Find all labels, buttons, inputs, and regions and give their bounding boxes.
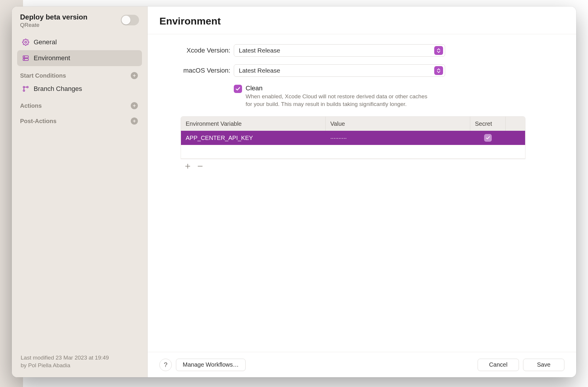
section-actions: Actions [20, 102, 42, 109]
branch-icon [22, 85, 30, 92]
sidebar-item-label: General [34, 38, 57, 46]
col-secret[interactable]: Secret [470, 117, 506, 131]
workflow-subtitle: QReate [20, 22, 87, 28]
help-button[interactable]: ? [159, 359, 172, 371]
cancel-button[interactable]: Cancel [478, 359, 519, 371]
env-vars-table: Environment Variable Value Secret APP_CE… [181, 116, 525, 159]
clean-checkbox[interactable] [234, 85, 242, 93]
section-post-actions: Post-Actions [20, 118, 56, 125]
sidebar-item-label: Environment [34, 54, 70, 62]
svg-point-7 [27, 86, 28, 88]
sidebar-item-general[interactable]: General [17, 34, 142, 50]
gear-icon [22, 39, 30, 46]
clean-label: Clean [246, 84, 435, 92]
svg-point-3 [24, 57, 25, 57]
workflow-title: Deploy beta version [20, 13, 87, 21]
page-title: Environment [159, 15, 564, 27]
save-button[interactable]: Save [523, 359, 564, 371]
clean-description: When enabled, Xcode Cloud will not resto… [246, 93, 435, 108]
server-icon [22, 55, 30, 62]
workflow-enabled-toggle[interactable] [121, 15, 139, 25]
svg-point-4 [24, 59, 25, 60]
stepper-icon [434, 46, 443, 55]
sidebar-item-branch-changes[interactable]: Branch Changes [17, 81, 142, 96]
workflow-editor-modal: Deploy beta version QReate General Envir… [12, 6, 576, 377]
sidebar: Deploy beta version QReate General Envir… [12, 6, 148, 377]
xcode-version-select[interactable]: Latest Release [234, 44, 445, 57]
macos-version-value: Latest Release [239, 67, 280, 74]
macos-version-select[interactable]: Latest Release [234, 64, 445, 77]
env-var-value: ∙∙∙∙∙∙∙∙∙∙ [326, 131, 470, 145]
svg-point-6 [23, 90, 25, 92]
add-action-button[interactable]: + [131, 102, 138, 109]
section-start-conditions: Start Conditions [20, 72, 66, 79]
add-start-condition-button[interactable]: + [131, 72, 138, 79]
secret-checkbox[interactable] [484, 134, 492, 142]
col-value[interactable]: Value [326, 117, 470, 131]
sidebar-item-label: Branch Changes [34, 85, 82, 93]
stepper-icon [434, 66, 443, 75]
add-post-action-button[interactable]: + [131, 117, 138, 125]
remove-env-var-button[interactable] [196, 162, 204, 170]
macos-version-label: macOS Version: [159, 67, 230, 74]
add-env-var-button[interactable] [184, 162, 192, 170]
xcode-version-label: Xcode Version: [159, 47, 230, 54]
main-panel: Environment Xcode Version: Latest Releas… [148, 6, 576, 377]
sidebar-item-environment[interactable]: Environment [17, 50, 142, 66]
xcode-version-value: Latest Release [239, 47, 280, 54]
env-var-name: APP_CENTER_API_KEY [181, 131, 326, 145]
svg-point-0 [25, 41, 27, 43]
table-row[interactable]: APP_CENTER_API_KEY ∙∙∙∙∙∙∙∙∙∙ [181, 131, 525, 145]
manage-workflows-button[interactable]: Manage Workflows… [176, 359, 246, 371]
col-variable[interactable]: Environment Variable [181, 117, 326, 131]
last-modified: Last modified 23 Mar 2023 at 19:49 by Po… [12, 354, 147, 377]
